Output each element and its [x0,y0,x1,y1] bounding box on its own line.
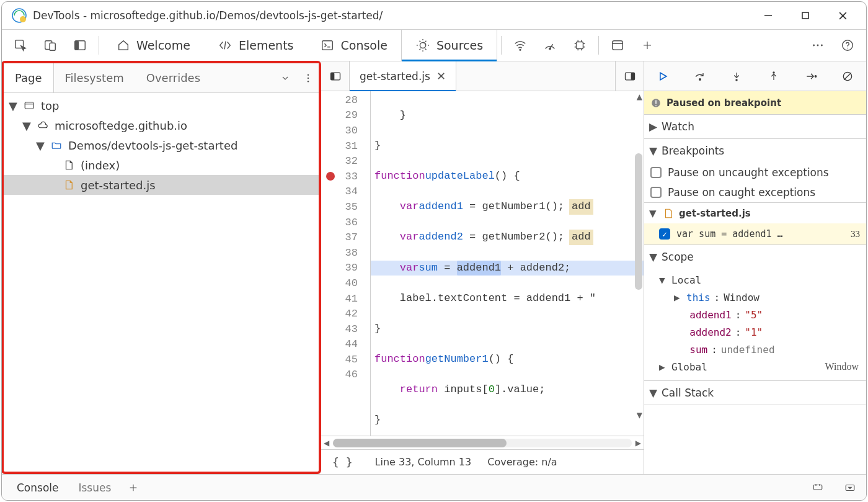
pretty-print-icon[interactable]: { } [326,455,359,468]
code-text: } [374,413,381,428]
close-tab-icon[interactable]: ✕ [436,69,446,83]
breakpoint-file-row[interactable]: ▼ get-started.js [644,202,866,223]
checkbox-icon[interactable] [650,187,662,198]
nav-tab-overrides[interactable]: Overrides [135,63,211,92]
scope-global[interactable]: ▶GlobalWindow [644,358,866,375]
check-caught[interactable]: Pause on caught exceptions [644,182,866,202]
nav-tab-filesystem[interactable]: Filesystem [54,63,135,92]
scope-var-addend2[interactable]: addend2: "1" [644,323,866,341]
bottom-drawer: Console Issues [2,474,866,500]
svg-rect-43 [25,102,33,109]
tree-node-top[interactable]: ▼ top [4,96,319,115]
network-conditions-icon[interactable] [505,29,535,61]
scroll-up-icon[interactable]: ▲ [637,92,642,101]
cloud-icon [36,120,50,131]
cursor-position: Line 33, Column 13 [375,456,472,468]
section-breakpoints[interactable]: ▼Breakpoints [644,139,866,163]
dock-side-icon[interactable] [65,29,95,61]
help-icon[interactable] [833,29,862,61]
check-label: Pause on uncaught exceptions [668,166,829,179]
scroll-down-icon[interactable]: ▼ [637,411,642,419]
horizontal-scrollbar[interactable]: ◀ ▶ [321,436,644,449]
section-label: Watch [662,120,694,133]
tab-console[interactable]: Console [307,30,401,61]
svg-rect-8 [50,43,55,50]
checkbox-icon[interactable] [650,167,662,178]
breakpoint-dot-icon[interactable] [326,172,335,181]
code-text: = getNumber1(); [463,199,564,215]
nav-more-tabs-icon[interactable] [273,62,298,94]
add-tab-icon[interactable] [632,29,662,61]
step-over-button[interactable] [681,61,719,91]
code-text: 0 [489,382,495,398]
device-emulation-icon[interactable] [35,29,65,61]
scope-label: Global [671,361,707,373]
step-into-button[interactable] [718,61,755,91]
scope-var-sum[interactable]: sum: undefined [644,341,866,358]
performance-icon[interactable] [535,29,565,61]
deactivate-breakpoints-button[interactable] [829,61,866,91]
svg-rect-63 [813,485,822,490]
drawer-expand-icon[interactable] [839,472,861,501]
scope-var-addend1[interactable]: addend1: "5" [644,306,866,323]
scroll-left-icon[interactable]: ◀ [324,439,329,447]
drawer-add-tab-icon[interactable] [121,472,146,501]
inspect-element-icon[interactable] [6,29,35,61]
linenum: 40 [345,277,358,289]
tree-node-folder[interactable]: ▼ Demos/devtools-js-get-started [4,135,319,155]
toggle-debugger-button[interactable] [615,61,644,91]
section-callstack[interactable]: ▼Call Stack [644,381,866,405]
svg-rect-3 [802,12,808,19]
window-close-button[interactable] [824,2,861,29]
editor-tab-filename: get-started.js [360,70,430,83]
svg-point-1 [20,16,26,22]
tree-node-index[interactable]: (index) [4,155,319,175]
svg-point-35 [813,45,815,47]
scroll-thumb[interactable] [635,153,642,290]
line-gutter[interactable]: 28 29 30 31 32 33 34 35 36 37 38 39 40 4… [321,91,371,436]
scroll-right-icon[interactable]: ▶ [636,439,641,447]
linenum: 46 [345,369,358,380]
caret-down-icon: ▼ [22,119,31,132]
application-icon[interactable] [603,29,632,61]
tree-node-file[interactable]: get-started.js [4,175,319,195]
step-button[interactable] [792,61,830,91]
section-watch[interactable]: ▶Watch [644,115,866,138]
breakpoint-item[interactable]: ✓ var sum = addend1 … 33 [644,223,866,244]
code-text: function [374,352,425,367]
code-text: () { [489,352,514,367]
tab-welcome[interactable]: Welcome [103,30,204,61]
tree-index-label: (index) [81,159,120,172]
linenum: 29 [345,109,358,121]
drawer-filter-icon[interactable] [807,472,829,501]
code-editor[interactable]: 28 29 30 31 32 33 34 35 36 37 38 39 40 4… [321,91,644,436]
scope-var-this[interactable]: ▶this: Window [644,289,866,306]
section-label: Breakpoints [662,145,724,157]
tree-node-domain[interactable]: ▼ microsoftedge.github.io [4,115,319,135]
code-area[interactable]: } } function updateLabel() { var addend1… [371,91,644,436]
more-options-icon[interactable] [803,29,833,61]
checkbox-checked-icon[interactable]: ✓ [659,228,670,240]
memory-icon[interactable] [565,29,595,61]
check-uncaught[interactable]: Pause on uncaught exceptions [644,163,866,182]
drawer-tab-issues[interactable]: Issues [69,475,122,500]
resume-button[interactable] [644,61,681,91]
window-maximize-button[interactable] [787,2,824,29]
section-scope[interactable]: ▼Scope [644,245,866,269]
nav-tab-page[interactable]: Page [4,63,54,92]
scroll-thumb[interactable] [333,439,506,447]
file-tree[interactable]: ▼ top ▼ microsoftedge.github.io ▼ Demos/… [4,93,319,472]
toggle-navigator-button[interactable] [321,61,350,91]
tab-sources[interactable]: Sources [401,30,497,61]
step-out-button[interactable] [755,61,792,91]
scope-local[interactable]: ▼Local [644,271,866,289]
nav-kebab-icon[interactable] [298,62,319,94]
window-minimize-button[interactable] [750,2,787,29]
svg-line-57 [844,73,851,80]
editor-tab-file[interactable]: get-started.js ✕ [350,61,456,91]
vertical-scrollbar[interactable]: ▲ ▼ [634,91,644,421]
linenum: 37 [345,231,358,243]
drawer-tab-console[interactable]: Console [7,475,69,500]
linenum: 44 [345,338,358,350]
tab-elements[interactable]: Elements [204,30,308,61]
